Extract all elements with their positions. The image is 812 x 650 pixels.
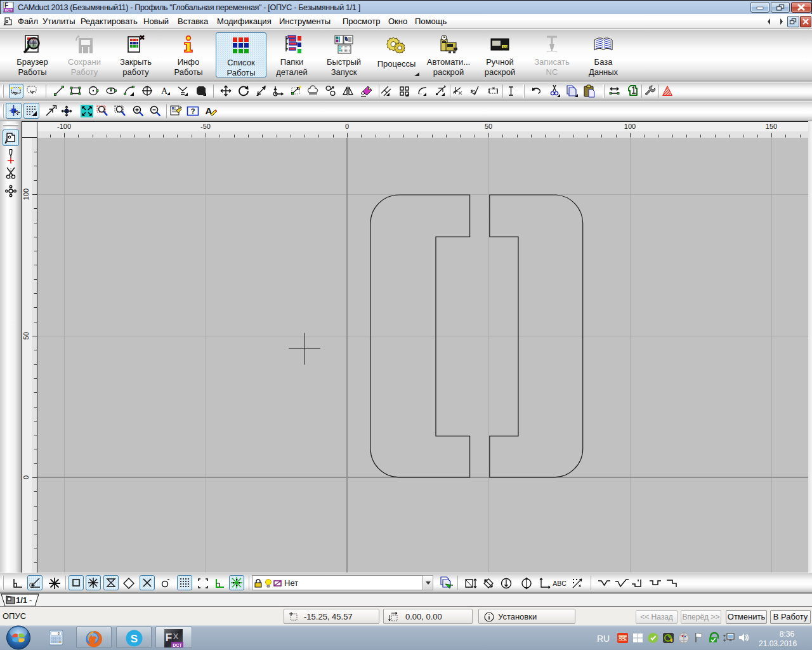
svg-text:0: 0 (22, 475, 30, 479)
svg-text:100: 100 (624, 123, 636, 130)
svg-text:X: X (173, 632, 179, 641)
svg-text:?: ? (191, 107, 195, 115)
svg-text:50: 50 (22, 332, 30, 340)
svg-text:-: - (29, 595, 32, 605)
svg-text:DCT: DCT (5, 8, 13, 12)
svg-text:50: 50 (485, 123, 492, 130)
svg-text:-100: -100 (57, 123, 71, 130)
svg-text:100: 100 (22, 189, 30, 200)
svg-text:F: F (4, 2, 8, 9)
svg-text:-50: -50 (200, 123, 211, 130)
svg-text:ABC: ABC (553, 580, 566, 587)
svg-text:1/1: 1/1 (16, 595, 27, 605)
svg-text:1234: 1234 (502, 46, 509, 49)
svg-text:DCT: DCT (173, 643, 182, 647)
svg-text:A: A (161, 86, 168, 96)
svg-text:F: F (166, 632, 172, 644)
svg-text:0: 0 (345, 123, 349, 130)
svg-text:150: 150 (766, 123, 777, 130)
svg-text:0: 0 (58, 632, 60, 636)
svg-text:S: S (131, 633, 138, 645)
svg-text:CC4: CC4 (618, 636, 627, 640)
